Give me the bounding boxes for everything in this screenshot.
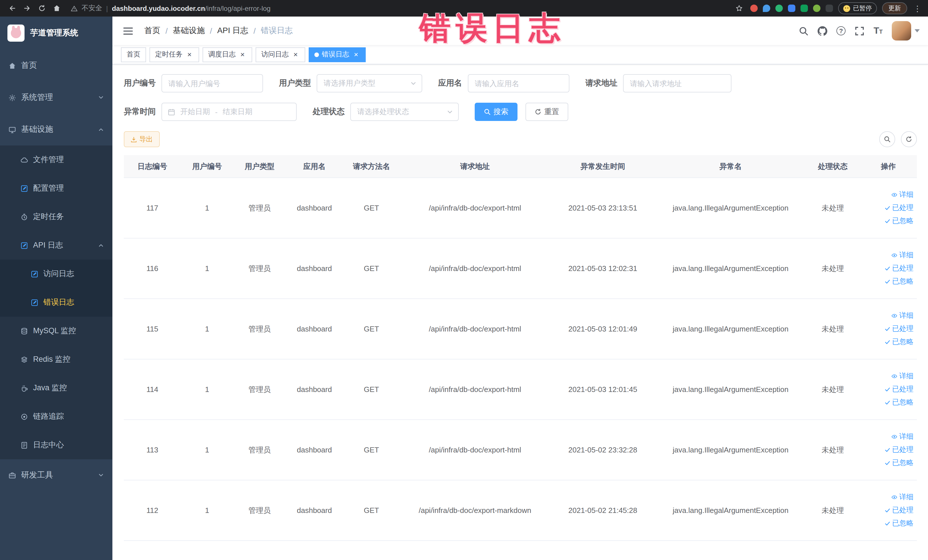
eye-icon [891,433,897,440]
reset-button[interactable]: 重置 [525,103,568,121]
sidebar-item[interactable]: 错误日志 [0,288,112,317]
browser-menu-kebab-icon[interactable]: ⋮ [912,4,923,13]
check-icon [884,218,890,224]
sidebar-item[interactable]: Redis 监控 [0,345,112,374]
close-icon[interactable]: × [352,50,360,58]
processed-link[interactable]: 已处理 [884,324,913,334]
ignored-link[interactable]: 已忽略 [884,337,913,347]
close-icon[interactable]: × [185,50,194,58]
detail-link[interactable]: 详细 [891,250,913,260]
paused-chip[interactable]: 已暂停 [838,2,877,14]
ignored-link[interactable]: 已忽略 [884,458,913,468]
breadcrumb-item[interactable]: 首页 [144,26,160,36]
processed-link[interactable]: 已处理 [884,385,913,394]
url-text[interactable]: dashboard.yudao.iocoder.cn/infra/log/api… [112,4,270,12]
ignored-link[interactable]: 已忽略 [884,216,913,226]
sidebar-item[interactable]: 文件管理 [0,145,112,174]
app-name-input[interactable] [468,74,569,92]
browser-back-icon[interactable] [6,2,18,15]
extension-icon[interactable] [763,5,770,12]
tab[interactable]: 调度日志× [203,47,252,62]
table-row: 1161管理员dashboardGET/api/infra/db-doc/exp… [124,238,917,299]
toggle-search-button[interactable] [879,131,895,147]
exception-time-range-picker[interactable]: 开始日期 - 结束日期 [162,103,297,121]
extension-icon[interactable] [813,5,820,12]
tab[interactable]: 首页 [121,47,146,62]
sidebar-item[interactable]: 链路追踪 [0,402,112,431]
breadcrumb-item[interactable]: API 日志 [217,26,249,36]
fullscreen-icon[interactable] [855,26,864,36]
sidebar-item[interactable]: 系统管理 [0,82,112,113]
address-bar[interactable]: 不安全 | dashboard.yudao.iocoder.cn/infra/l… [71,3,725,13]
sidebar-item[interactable]: 基础设施 [0,113,112,145]
github-icon[interactable] [818,26,827,36]
cell-app_name: dashboard [286,506,343,515]
tools-icon [9,471,16,479]
breadcrumb-separator: / [210,26,212,35]
header-search-icon[interactable] [799,26,809,36]
sidebar-item[interactable]: 定时任务 [0,203,112,231]
tab[interactable]: 错误日志× [309,47,366,62]
breadcrumb-item[interactable]: 基础设施 [173,26,205,36]
request-url-input[interactable] [623,74,731,92]
cell-app_name: dashboard [286,385,343,394]
export-button[interactable]: 导出 [124,131,160,147]
processed-link[interactable]: 已处理 [884,505,913,515]
processed-link[interactable]: 已处理 [884,203,913,213]
cell-exception: java.lang.IllegalArgumentException [656,446,806,454]
browser-reload-icon[interactable] [35,2,48,15]
search-button[interactable]: 搜索 [475,103,517,121]
detail-link[interactable]: 详细 [891,371,913,381]
chevron-down-icon [98,472,104,478]
navbar-actions: ? TT [799,21,920,41]
user-menu[interactable] [892,21,920,41]
process-status-select[interactable]: 请选择处理状态 [350,103,459,121]
update-chip[interactable]: 更新 [882,2,907,14]
ignored-link[interactable]: 已忽略 [884,277,913,287]
ignored-link[interactable]: 已忽略 [884,398,913,407]
detail-link[interactable]: 详细 [891,432,913,442]
tab[interactable]: 访问日志× [256,47,305,62]
hamburger-icon[interactable] [121,24,135,37]
processed-link[interactable]: 已处理 [884,445,913,455]
browser-forward-icon[interactable] [21,2,33,15]
sidebar-item[interactable]: 首页 [0,50,112,82]
avatar[interactable] [892,21,911,41]
detail-link[interactable]: 详细 [891,190,913,200]
sidebar-item[interactable]: 访问日志 [0,259,112,288]
extensions-puzzle-icon[interactable] [826,5,833,12]
security-label[interactable]: 不安全 [82,3,102,13]
emoji-icon [843,5,850,12]
sidebar-item[interactable]: 日志中心 [0,431,112,459]
ignored-link[interactable]: 已忽略 [884,519,913,528]
tab[interactable]: 定时任务× [150,47,199,62]
close-icon[interactable]: × [238,50,246,58]
extension-icon[interactable] [800,5,808,12]
detail-link[interactable]: 详细 [891,492,913,502]
close-icon[interactable]: × [292,50,299,58]
sidebar-item[interactable]: Java 监控 [0,374,112,402]
sidebar-item[interactable]: 配置管理 [0,174,112,203]
app-logo[interactable]: 芋道管理系统 [0,17,112,50]
bookmark-star-icon[interactable] [733,2,745,15]
cell-user_id: 1 [181,446,234,454]
extension-icon[interactable] [775,5,783,12]
sidebar-item[interactable]: API 日志 [0,231,112,259]
extension-icon[interactable] [750,5,758,12]
sidebar-item[interactable]: 研发工具 [0,459,112,491]
select-placeholder: 请选择用户类型 [324,78,375,89]
help-icon[interactable]: ? [836,26,846,35]
processed-link[interactable]: 已处理 [884,264,913,273]
start-date-placeholder: 开始日期 [180,107,210,117]
extension-icon[interactable] [788,5,795,12]
sidebar-item[interactable]: MySQL 监控 [0,317,112,345]
browser-home-icon[interactable] [50,2,63,15]
detail-link[interactable]: 详细 [891,311,913,320]
cell-method: GET [343,385,400,394]
user-type-select[interactable]: 请选择用户类型 [317,74,422,92]
user-id-input[interactable] [162,74,263,92]
eye-icon [891,252,897,258]
refresh-table-button[interactable] [901,131,917,147]
sidebar-item-label: 文件管理 [33,155,64,165]
font-size-icon[interactable]: TT [873,26,883,35]
